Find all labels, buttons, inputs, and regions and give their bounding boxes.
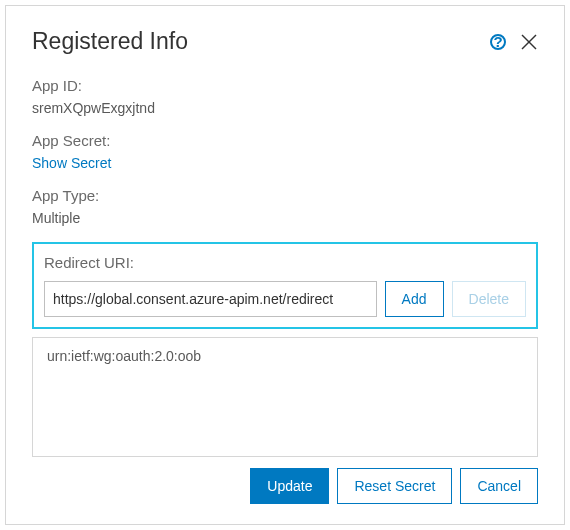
header-actions: ? — [490, 33, 538, 51]
dialog-title: Registered Info — [32, 28, 188, 55]
registered-info-dialog: Registered Info ? App ID: sremXQpwExgxjt… — [5, 5, 565, 525]
app-id-block: App ID: sremXQpwExgxjtnd — [32, 77, 538, 116]
delete-button: Delete — [452, 281, 526, 317]
redirect-uri-row: Add Delete — [44, 281, 526, 317]
app-type-value: Multiple — [32, 210, 538, 226]
close-icon[interactable] — [520, 33, 538, 51]
help-icon[interactable]: ? — [490, 34, 506, 50]
redirect-uri-input[interactable] — [44, 281, 377, 317]
dialog-header: Registered Info ? — [32, 28, 538, 55]
redirect-uri-highlight: Redirect URI: Add Delete — [32, 242, 538, 329]
app-secret-block: App Secret: Show Secret — [32, 132, 538, 171]
app-id-label: App ID: — [32, 77, 538, 94]
app-type-label: App Type: — [32, 187, 538, 204]
add-button[interactable]: Add — [385, 281, 444, 317]
app-type-block: App Type: Multiple — [32, 187, 538, 226]
show-secret-link[interactable]: Show Secret — [32, 155, 538, 171]
app-secret-label: App Secret: — [32, 132, 538, 149]
redirect-uri-list[interactable]: urn:ietf:wg:oauth:2.0:oob — [32, 337, 538, 457]
list-item[interactable]: urn:ietf:wg:oauth:2.0:oob — [47, 348, 523, 364]
cancel-button[interactable]: Cancel — [460, 468, 538, 504]
app-id-value: sremXQpwExgxjtnd — [32, 100, 538, 116]
redirect-uri-label: Redirect URI: — [44, 254, 526, 271]
reset-secret-button[interactable]: Reset Secret — [337, 468, 452, 504]
update-button[interactable]: Update — [250, 468, 329, 504]
dialog-footer: Update Reset Secret Cancel — [250, 468, 538, 504]
